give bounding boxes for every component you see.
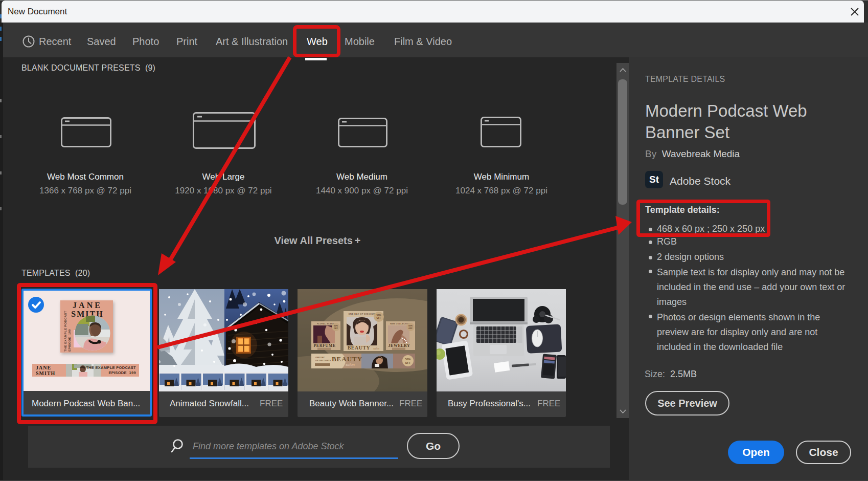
svg-text:PERFUME: PERFUME <box>313 343 335 348</box>
svg-text:THE EXAMPLE PODCAST: THE EXAMPLE PODCAST <box>63 311 67 352</box>
svg-text:THE EXAMPLE PODCAST: THE EXAMPLE PODCAST <box>86 365 136 370</box>
svg-text:OFF: OFF <box>405 361 412 364</box>
svg-text:EPISODE 199: EPISODE 199 <box>108 370 136 375</box>
svg-text:JANE: JANE <box>73 301 102 310</box>
svg-text:OFF: OFF <box>334 327 338 330</box>
svg-text:sales: sales <box>373 347 380 350</box>
svg-text:OFF: OFF <box>376 317 381 319</box>
svg-text:OF DISCOUNTS: OF DISCOUNTS <box>315 359 331 362</box>
svg-text:ONE DAY: ONE DAY <box>315 356 325 359</box>
svg-text:FLORAL SCENT: FLORAL SCENT <box>317 323 334 325</box>
svg-text:SMITH: SMITH <box>36 370 55 376</box>
svg-text:salon: salon <box>346 362 354 367</box>
svg-text:BEAUTY: BEAUTY <box>348 345 371 351</box>
svg-text:EPISODE 199: EPISODE 199 <box>67 329 71 352</box>
svg-text:ONE DAY OF DISCOUNTS: ONE DAY OF DISCOUNTS <box>348 313 378 315</box>
svg-text:50%: 50% <box>405 358 410 361</box>
svg-text:JEWELRY: JEWELRY <box>389 343 410 348</box>
svg-text:OFF: OFF <box>408 327 413 330</box>
svg-text:BEAUTY: BEAUTY <box>332 355 362 363</box>
svg-text:JANE: JANE <box>36 365 51 370</box>
